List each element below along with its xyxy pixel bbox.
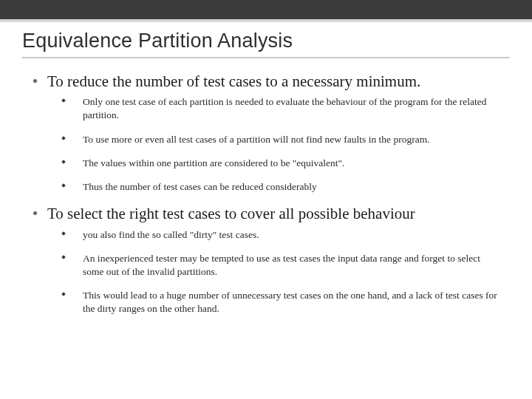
sub-list: Only one test case of each partition is …	[22, 95, 510, 194]
sub-bullet-icon	[22, 180, 83, 187]
sub-item: To use more or even all test cases of a …	[22, 133, 510, 146]
sub-item: The values within one partition are cons…	[22, 157, 510, 170]
sub-item-text: you also find the so called "dirty" test…	[83, 228, 267, 242]
main-item: To reduce the number of test cases to a …	[22, 72, 510, 91]
sub-item-text: To use more or even all test cases of a …	[83, 133, 437, 146]
sub-item: Only one test case of each partition is …	[22, 95, 510, 122]
sub-item: Thus the number of test cases can be red…	[22, 180, 510, 194]
main-item-text: To reduce the number of test cases to a …	[47, 72, 420, 91]
slide-content: Equivalence Partition Analysis To reduce…	[0, 22, 532, 341]
bullet-icon	[22, 204, 47, 215]
sub-item: This would lead to a huge number of unne…	[22, 289, 510, 316]
sub-item-text: An inexperienced tester may be tempted t…	[83, 252, 510, 279]
sub-bullet-icon	[22, 95, 83, 102]
sub-item-text: The values within one partition are cons…	[83, 157, 352, 170]
sub-bullet-icon	[22, 289, 83, 296]
bullet-icon	[22, 72, 47, 83]
sub-item: An inexperienced tester may be tempted t…	[22, 252, 510, 279]
sub-bullet-icon	[22, 157, 83, 163]
sub-item-text: This would lead to a huge number of unne…	[83, 289, 510, 316]
sub-item: you also find the so called "dirty" test…	[22, 228, 510, 242]
sub-item-text: Thus the number of test cases can be red…	[83, 180, 324, 194]
slide-title: Equivalence Partition Analysis	[22, 30, 510, 58]
sub-list: you also find the so called "dirty" test…	[22, 228, 510, 316]
sub-bullet-icon	[22, 252, 83, 259]
top-bar	[0, 0, 532, 22]
main-item: To select the right test cases to cover …	[22, 204, 510, 223]
sub-item-text: Only one test case of each partition is …	[83, 95, 510, 122]
main-list: To reduce the number of test cases to a …	[22, 72, 510, 316]
sub-bullet-icon	[22, 228, 83, 235]
sub-bullet-icon	[22, 133, 83, 140]
main-item-text: To select the right test cases to cover …	[47, 204, 415, 223]
